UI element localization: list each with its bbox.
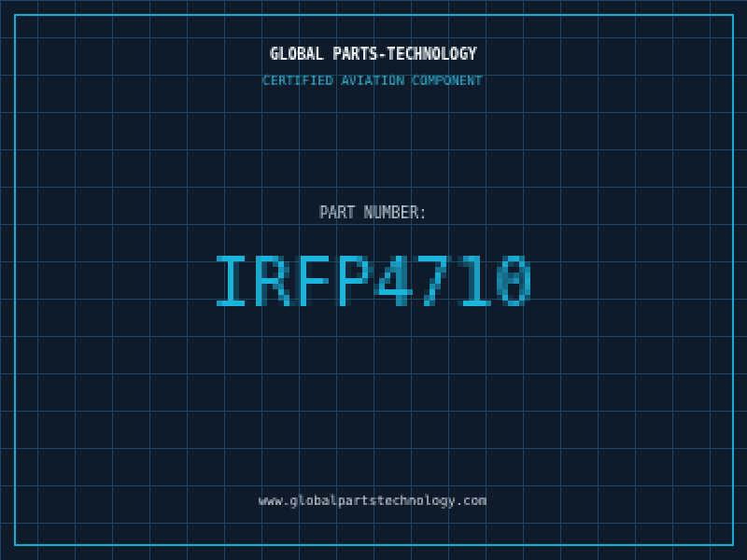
blueprint-card: GLOBAL PARTS-TECHNOLOGY CERTIFIED AVIATI… (0, 0, 747, 560)
border-frame (14, 14, 734, 546)
